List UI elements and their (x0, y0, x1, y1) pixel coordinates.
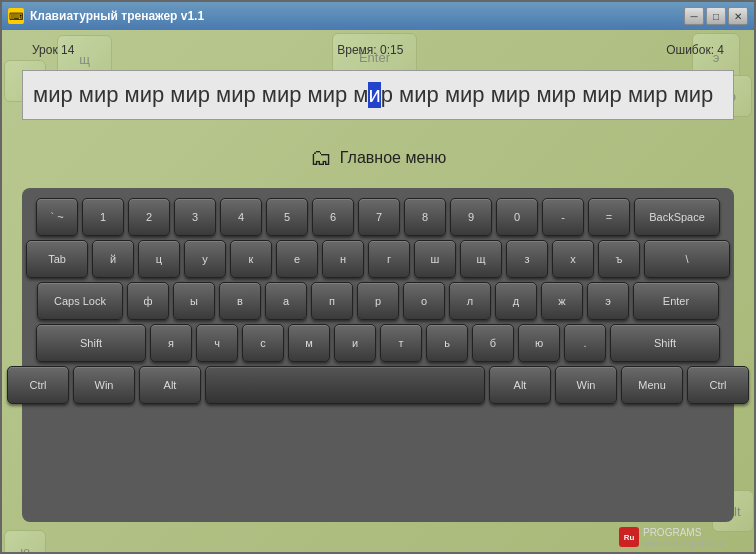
main-menu-label: Главное меню (340, 149, 446, 167)
key-5[interactable]: 5 (266, 198, 308, 236)
close-button[interactable]: ✕ (728, 7, 748, 25)
key-7[interactable]: 7 (358, 198, 400, 236)
text-before: мир мир мир мир мир мир мир м (33, 82, 368, 108)
key-menu[interactable]: Menu (621, 366, 683, 404)
main-menu-button[interactable]: 🗂 Главное меню (310, 145, 446, 171)
menu-icon: 🗂 (310, 145, 332, 171)
key-backtick[interactable]: ` ~ (36, 198, 78, 236)
logo-url: www.ru-programs.ru (643, 538, 724, 548)
key-ch[interactable]: ч (196, 324, 238, 362)
bottom-bar: Ru PROGRAMS www.ru-programs.ru (22, 522, 734, 552)
key-m[interactable]: м (288, 324, 330, 362)
key-8[interactable]: 8 (404, 198, 446, 236)
key-2[interactable]: 2 (128, 198, 170, 236)
key-3[interactable]: 3 (174, 198, 216, 236)
key-zh[interactable]: ж (541, 282, 583, 320)
middle-section: 🗂 Главное меню (22, 128, 734, 188)
key-k[interactable]: к (230, 240, 272, 278)
key-d[interactable]: д (495, 282, 537, 320)
key-soft[interactable]: ь (426, 324, 468, 362)
key-z[interactable]: з (506, 240, 548, 278)
text-after: р мир мир мир мир мир мир мир (381, 82, 714, 108)
lesson-label: Урок 14 (32, 43, 74, 57)
keyboard-row-3: Caps Lock ф ы в а п р о л д ж э Enter (30, 282, 726, 320)
main-content: Урок 14 Время: 0:15 Ошибок: 4 мир мир ми… (22, 30, 734, 552)
maximize-button[interactable]: □ (706, 7, 726, 25)
key-g[interactable]: г (368, 240, 410, 278)
key-capslock[interactable]: Caps Lock (37, 282, 123, 320)
key-t[interactable]: т (380, 324, 422, 362)
key-b[interactable]: б (472, 324, 514, 362)
key-enter[interactable]: Enter (633, 282, 719, 320)
title-bar: ⌨ Клавиатурный тренажер v1.1 ─ □ ✕ (2, 2, 754, 30)
app-body: е щ Enter э ю Alt ю Урок 14 Время: 0:15 … (2, 30, 754, 552)
key-hrd[interactable]: ъ (598, 240, 640, 278)
key-s[interactable]: с (242, 324, 284, 362)
keyboard-row-2: Tab й ц у к е н г ш щ з х ъ \ (30, 240, 726, 278)
main-window: ⌨ Клавиатурный тренажер v1.1 ─ □ ✕ е щ E… (0, 0, 756, 554)
key-ts[interactable]: ц (138, 240, 180, 278)
minimize-button[interactable]: ─ (684, 7, 704, 25)
key-4[interactable]: 4 (220, 198, 262, 236)
key-shch[interactable]: щ (460, 240, 502, 278)
key-win-left[interactable]: Win (73, 366, 135, 404)
key-v[interactable]: в (219, 282, 261, 320)
key-ctrl-left[interactable]: Ctrl (7, 366, 69, 404)
logo-programs: PROGRAMS (643, 527, 724, 538)
key-alt-left[interactable]: Alt (139, 366, 201, 404)
key-space[interactable] (205, 366, 485, 404)
key-y[interactable]: ы (173, 282, 215, 320)
key-backspace[interactable]: BackSpace (634, 198, 720, 236)
keyboard-row-4: Shift я ч с м и т ь б ю . Shift (30, 324, 726, 362)
text-display: мир мир мир мир мир мир мир мир мир мир … (22, 70, 734, 120)
key-ctrl-right[interactable]: Ctrl (687, 366, 749, 404)
key-9[interactable]: 9 (450, 198, 492, 236)
time-label: Время: 0:15 (337, 43, 403, 57)
stats-bar: Урок 14 Время: 0:15 Ошибок: 4 (22, 30, 734, 70)
title-bar-left: ⌨ Клавиатурный тренажер v1.1 (8, 8, 204, 24)
key-equals[interactable]: = (588, 198, 630, 236)
key-dot[interactable]: . (564, 324, 606, 362)
window-controls: ─ □ ✕ (684, 7, 748, 25)
logo-icon-text: Ru (624, 533, 635, 542)
logo-icon: Ru (619, 527, 639, 547)
keyboard: ` ~ 1 2 3 4 5 6 7 8 9 0 - = BackSpace (22, 188, 734, 522)
key-shift-left[interactable]: Shift (36, 324, 146, 362)
key-minus[interactable]: - (542, 198, 584, 236)
key-h[interactable]: х (552, 240, 594, 278)
key-j[interactable]: й (92, 240, 134, 278)
key-a[interactable]: а (265, 282, 307, 320)
key-6[interactable]: 6 (312, 198, 354, 236)
key-sh[interactable]: ш (414, 240, 456, 278)
keyboard-row-5: Ctrl Win Alt Alt Win Menu Ctrl (30, 366, 726, 404)
logo-area: Ru PROGRAMS www.ru-programs.ru (619, 527, 724, 548)
key-i[interactable]: и (334, 324, 376, 362)
key-yu[interactable]: ю (518, 324, 560, 362)
app-icon: ⌨ (8, 8, 24, 24)
key-tab[interactable]: Tab (26, 240, 88, 278)
key-u[interactable]: у (184, 240, 226, 278)
key-p[interactable]: п (311, 282, 353, 320)
key-0[interactable]: 0 (496, 198, 538, 236)
key-backslash[interactable]: \ (644, 240, 730, 278)
keyboard-row-1: ` ~ 1 2 3 4 5 6 7 8 9 0 - = BackSpace (30, 198, 726, 236)
errors-label: Ошибок: 4 (666, 43, 724, 57)
key-1[interactable]: 1 (82, 198, 124, 236)
key-r[interactable]: р (357, 282, 399, 320)
key-ya[interactable]: я (150, 324, 192, 362)
key-n[interactable]: н (322, 240, 364, 278)
current-char: и (368, 82, 380, 108)
key-o[interactable]: о (403, 282, 445, 320)
logo-text-block: PROGRAMS www.ru-programs.ru (643, 527, 724, 548)
window-title: Клавиатурный тренажер v1.1 (30, 9, 204, 23)
key-win-right[interactable]: Win (555, 366, 617, 404)
key-l[interactable]: л (449, 282, 491, 320)
key-f[interactable]: ф (127, 282, 169, 320)
key-alt-right[interactable]: Alt (489, 366, 551, 404)
key-e[interactable]: э (587, 282, 629, 320)
key-shift-right[interactable]: Shift (610, 324, 720, 362)
key-ye[interactable]: е (276, 240, 318, 278)
